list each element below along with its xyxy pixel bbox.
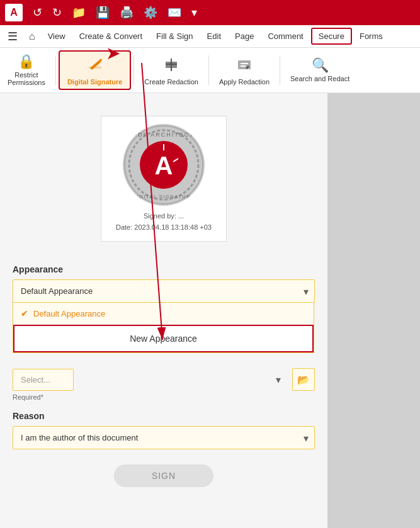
search-redact-icon: 🔍 — [312, 59, 329, 72]
digital-signature-icon — [86, 55, 104, 76]
menu-edit[interactable]: Edit — [201, 29, 227, 43]
open-file-icon[interactable]: 📁 — [69, 3, 88, 22]
image-select-dropdown[interactable]: Select... — [13, 369, 74, 391]
ribbon-toolbar: 🔒 RestrictPermissions Digital Signature — [0, 48, 420, 93]
menu-comment[interactable]: Comment — [261, 29, 309, 43]
form-panel: PDF ARCHITECT DIGITAL SIGNATURE A Sig — [0, 93, 327, 528]
ribbon-search-redact[interactable]: 🔍 Search and Redact — [283, 50, 357, 90]
signed-by: Signed by: ... — [116, 211, 212, 222]
ribbon-divider-4 — [280, 55, 280, 85]
sign-button-wrap: SIGN — [0, 454, 327, 492]
appearance-section: Appearance Default Appearance ▾ ✔ Defaul… — [0, 259, 327, 358]
ribbon-digital-signature[interactable]: Digital Signature — [59, 50, 131, 90]
image-section: Select... ▾ 📂 Required* — [0, 358, 327, 406]
appearance-option-default-label: Default Appearance — [33, 309, 105, 318]
ribbon-create-redaction[interactable]: Create Redaction — [137, 50, 206, 90]
image-select-row: Select... ▾ 📂 — [13, 368, 315, 391]
svg-text:A: A — [155, 152, 173, 179]
menu-view[interactable]: View — [42, 29, 72, 43]
ribbon-restrict-permissions[interactable]: 🔒 RestrictPermissions — [0, 50, 53, 90]
appearance-label: Appearance — [13, 264, 315, 274]
ribbon-divider-1 — [55, 55, 56, 85]
check-icon: ✔ — [21, 308, 28, 318]
top-toolbar: A ↺ ↻ 📁 💾 🖨️ ⚙️ ✉️ ▾ — [0, 0, 420, 25]
reason-dropdown[interactable]: I am the author of this document I have … — [13, 426, 315, 449]
menu-secure[interactable]: Secure — [311, 28, 352, 45]
main-content: PDF ARCHITECT DIGITAL SIGNATURE A Sig — [0, 93, 420, 528]
more-icon[interactable]: ▾ — [189, 3, 200, 22]
ribbon-search-redact-label: Search and Redact — [290, 75, 349, 82]
app-logo: A — [5, 4, 23, 21]
required-label: Required* — [13, 393, 315, 401]
menu-fill-sign[interactable]: Fill & Sign — [150, 29, 200, 43]
ribbon-divider-3 — [208, 55, 209, 85]
signature-date: Date: 2023.04.18 13:18:48 +03 — [116, 222, 212, 233]
folder-icon: 📂 — [297, 374, 310, 386]
signature-preview: PDF ARCHITECT DIGITAL SIGNATURE A Sig — [101, 116, 227, 242]
create-redaction-icon — [162, 55, 180, 76]
folder-button[interactable]: 📂 — [292, 368, 315, 391]
reason-label: Reason — [13, 411, 315, 421]
ribbon-digital-sig-label: Digital Signature — [67, 78, 122, 86]
ribbon-apply-redaction-label: Apply Redaction — [219, 78, 270, 86]
signature-info: Signed by: ... Date: 2023.04.18 13:18:48… — [116, 211, 212, 233]
signature-badge: PDF ARCHITECT DIGITAL SIGNATURE A — [123, 124, 205, 206]
hamburger-button[interactable]: ☰ — [3, 27, 23, 46]
reason-dropdown-wrap[interactable]: I am the author of this document I have … — [13, 426, 315, 449]
svg-rect-5 — [238, 60, 251, 69]
menu-bar: ☰ ⌂ View Create & Convert Fill & Sign Ed… — [0, 25, 420, 48]
ribbon-create-redaction-label: Create Redaction — [144, 78, 198, 86]
ribbon-divider-2 — [133, 55, 134, 85]
image-select-wrap[interactable]: Select... ▾ — [13, 369, 287, 391]
mail-icon[interactable]: ✉️ — [165, 3, 184, 22]
menu-forms[interactable]: Forms — [353, 29, 389, 43]
appearance-option-default[interactable]: ✔ Default Appearance — [13, 302, 314, 325]
lock-icon: 🔒 — [18, 55, 35, 69]
appearance-dropdown[interactable]: Default Appearance — [13, 279, 315, 303]
sign-button[interactable]: SIGN — [114, 464, 213, 487]
appearance-dropdown-popup: ✔ Default Appearance New Appearance — [13, 302, 314, 353]
signature-preview-container: PDF ARCHITECT DIGITAL SIGNATURE A Sig — [0, 103, 327, 254]
svg-text:DIGITAL SIGNATURE: DIGITAL SIGNATURE — [132, 194, 195, 199]
home-button[interactable]: ⌂ — [24, 28, 40, 45]
apply-redaction-icon — [236, 55, 253, 76]
image-dropdown-arrow: ▾ — [276, 374, 281, 386]
appearance-dropdown-wrap[interactable]: Default Appearance ▾ — [13, 279, 315, 303]
reason-section: Reason I am the author of this document … — [0, 406, 327, 454]
ribbon-apply-redaction[interactable]: Apply Redaction — [212, 50, 277, 90]
ribbon-restrict-label: RestrictPermissions — [8, 71, 45, 86]
svg-point-4 — [170, 63, 173, 65]
tools-icon[interactable]: ⚙️ — [141, 3, 160, 22]
undo-icon[interactable]: ↺ — [30, 3, 45, 22]
menu-create-convert[interactable]: Create & Convert — [73, 29, 149, 43]
svg-text:PDF ARCHITECT: PDF ARCHITECT — [133, 132, 195, 138]
right-panel — [327, 93, 420, 528]
redo-icon[interactable]: ↻ — [50, 3, 64, 22]
save-icon[interactable]: 💾 — [93, 3, 112, 22]
menu-page[interactable]: Page — [229, 29, 260, 43]
new-appearance-button[interactable]: New Appearance — [13, 325, 314, 352]
print-icon[interactable]: 🖨️ — [117, 3, 136, 22]
